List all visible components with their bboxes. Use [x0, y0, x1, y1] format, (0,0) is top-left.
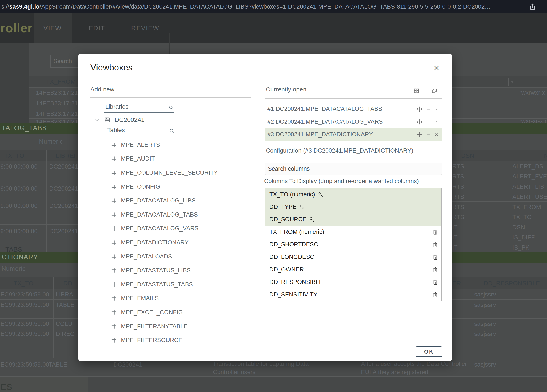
table-item-label: MPE_DATACATALOG_TABS	[121, 211, 198, 218]
library-icon	[104, 116, 111, 123]
tab-view[interactable]: VIEW	[34, 14, 72, 43]
chevron-down-icon[interactable]	[95, 117, 100, 123]
browser-url-bar[interactable]: s://sas9.4gl.io/AppStream/DataController…	[0, 0, 547, 14]
table-item-mpe-datastatus-libs[interactable]: MPE_DATASTATUS_LIBS	[111, 264, 262, 277]
minimize-icon[interactable]	[426, 107, 431, 112]
minimize-icon[interactable]	[426, 120, 431, 124]
bg-cell: DC200241	[114, 361, 142, 368]
bg-cell: IS_DIFF	[513, 234, 535, 241]
bg-cell: RTS	[452, 214, 464, 221]
column-label: DD_TYPE	[269, 203, 297, 210]
bg-cell: TABLE	[56, 302, 74, 308]
tab-edit[interactable]: EDIT	[81, 14, 113, 43]
move-icon[interactable]	[416, 106, 423, 112]
bg-cell: DC200241	[49, 163, 78, 170]
table-item-mpe-datacatalog-vars[interactable]: MPE_DATACATALOG_VARS	[111, 222, 262, 236]
ok-button[interactable]: OK	[416, 346, 442, 357]
close-viewbox-icon[interactable]	[434, 119, 439, 124]
table-grid-icon	[111, 142, 116, 148]
viewboxes-dialog: Viewboxes × Add new DC200241 MPE_ALERTS …	[78, 54, 452, 361]
currently-open-heading: Currently open	[266, 86, 307, 93]
table-item-mpe-config[interactable]: MPE_CONFIG	[111, 180, 262, 194]
table-item-label: MPE_COLUMN_LEVEL_SECURITY	[121, 169, 218, 176]
viewbox-label: #2 DC200241.MPE_DATACATALOG_VARS	[265, 118, 383, 125]
search-icon	[169, 128, 175, 134]
table-grid-icon	[111, 240, 116, 245]
viewbox-row-2[interactable]: #2 DC200241.MPE_DATACATALOG_VARS	[265, 115, 442, 128]
search-columns-field[interactable]	[265, 163, 442, 175]
bg-table1-col-divider	[517, 76, 517, 123]
search-columns-input[interactable]	[265, 165, 442, 172]
table-item-mpe-emails[interactable]: MPE_EMAILS	[111, 291, 262, 305]
tables-search-input[interactable]	[106, 127, 169, 136]
column-row-dd-owner[interactable]: DD_OWNER	[265, 264, 442, 276]
column-row-tx-to[interactable]: TX_TO (numeric)	[265, 188, 442, 201]
bg-cell: RTS	[452, 163, 464, 170]
table-grid-icon	[111, 295, 116, 301]
bg-cell: IT	[452, 234, 458, 241]
restore-all-icon[interactable]	[431, 88, 438, 94]
table-item-mpe-datacatalog-libs[interactable]: MPE_DATACATALOG_LIBS	[111, 194, 262, 208]
bg-row-divider	[0, 199, 78, 199]
trash-icon[interactable]	[432, 229, 438, 235]
close-viewbox-icon[interactable]	[434, 132, 439, 137]
bg-cell: ALERT_DS	[513, 163, 543, 170]
column-row-dd-longdesc[interactable]: DD_LONGDESC	[265, 251, 442, 264]
column-row-tx-from[interactable]: TX_FROM (numeric)	[265, 226, 442, 238]
tab-review[interactable]: REVIEW	[127, 14, 164, 43]
move-icon[interactable]	[416, 119, 423, 125]
table-item-mpe-dataloads[interactable]: MPE_DATALOADS	[111, 250, 262, 264]
column-row-dd-shortdesc[interactable]: DD_SHORTDESC	[265, 238, 442, 251]
bg-col-divider	[47, 150, 47, 252]
table-grid-icon	[111, 198, 116, 203]
tables-search-field[interactable]	[106, 127, 175, 136]
bg-table3-header-er: ER	[452, 280, 461, 287]
bg-table1-header-txfrom: TX_FROM	[46, 78, 76, 85]
search-icon	[168, 105, 174, 111]
table-item-label: MPE_DATASTATUS_LIBS	[121, 267, 191, 274]
close-viewbox-icon[interactable]	[434, 107, 439, 112]
bg-cell: sasjssrv	[474, 302, 496, 308]
table-item-mpe-alerts[interactable]: MPE_ALERTS	[111, 138, 262, 152]
bg-col-divider	[53, 277, 54, 358]
table-item-mpe-column-level-security[interactable]: MPE_COLUMN_LEVEL_SECURITY	[111, 166, 262, 180]
table-item-mpe-filteranytable[interactable]: MPE_FILTERANYTABLE	[111, 319, 262, 333]
table-item-mpe-audit[interactable]: MPE_AUDIT	[111, 152, 262, 166]
column-row-dd-sensitivity[interactable]: DD_SENSITIVITY	[265, 289, 442, 301]
bg-cell: DIREC	[56, 331, 75, 337]
table-item-mpe-datadictionary[interactable]: MPE_DATADICTIONARY	[111, 236, 262, 250]
bg-col-divider	[536, 277, 536, 376]
table-item-mpe-datacatalog-tabs[interactable]: MPE_DATACATALOG_TABS	[111, 208, 262, 222]
viewbox-row-3-selected[interactable]: #3 DC200241.MPE_DATADICTIONARY	[265, 128, 442, 141]
grid-layout-icon[interactable]	[414, 88, 419, 94]
close-icon[interactable]: ×	[431, 62, 442, 74]
table-grid-icon	[111, 184, 116, 190]
column-row-dd-source[interactable]: DD_SOURCE	[265, 213, 442, 226]
table-item-label: MPE_EMAILS	[121, 295, 159, 302]
viewbox-row-1[interactable]: #1 DC200241.MPE_DATACATALOG_TABS	[265, 103, 442, 115]
table-grid-icon	[111, 170, 116, 176]
bg-cell: DSN	[513, 224, 525, 231]
bg-cell: RTS	[452, 173, 464, 180]
column-row-dd-responsible[interactable]: DD_RESPONSIBLE	[265, 276, 442, 289]
key-icon	[299, 204, 306, 210]
bg-row-divider	[0, 182, 78, 183]
trash-icon[interactable]	[432, 279, 438, 285]
column-row-dd-type[interactable]: DD_TYPE	[265, 201, 442, 213]
trash-icon[interactable]	[432, 241, 438, 248]
libraries-search-input[interactable]	[104, 103, 168, 112]
tables-list: MPE_ALERTS MPE_AUDIT MPE_COLUMN_LEVEL_SE…	[111, 138, 262, 347]
trash-icon[interactable]	[432, 254, 438, 260]
libraries-search-field[interactable]	[104, 103, 174, 113]
url-domain: sas9.4gl.io	[9, 3, 40, 10]
minimize-all-icon[interactable]	[423, 88, 428, 93]
table-item-mpe-datastatus-tabs[interactable]: MPE_DATASTATUS_TABS	[111, 277, 262, 291]
table-item-mpe-excel-config[interactable]: MPE_EXCEL_CONFIG	[111, 305, 262, 319]
minimize-icon[interactable]	[426, 132, 431, 137]
trash-icon[interactable]	[432, 266, 438, 273]
table-item-mpe-filtersource[interactable]: MPE_FILTERSOURCE	[111, 333, 262, 347]
library-tree-item[interactable]: DC200241	[95, 116, 145, 123]
share-icon[interactable]	[529, 3, 536, 10]
move-icon[interactable]	[416, 131, 423, 138]
trash-icon[interactable]	[432, 291, 438, 298]
